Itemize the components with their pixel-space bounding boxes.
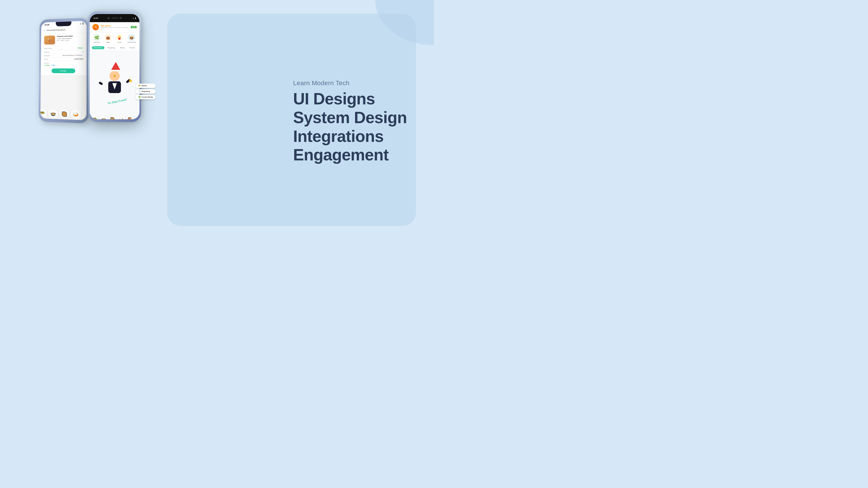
order-status-label: Order Status [44,47,52,49]
santa-arm-left [98,81,103,86]
additives-section: Additives Ketchup Bleu [44,62,83,66]
wallet-badge: 💳 Wallet [135,84,156,88]
santa-body [108,81,121,93]
santa-face: 😊 [113,74,116,77]
wallet-badge-label: Wallet [142,85,147,87]
tab-ready[interactable]: Ready [118,46,127,49]
additives-label: Additives [44,62,83,64]
action-buttons-row: 🌿 Add Foods 👜 Wallet 🍟 Foods 📦 Self Deli… [90,32,140,45]
tab-new-orders[interactable]: New Orders [92,46,104,49]
foods-ready-icon: ✅ [138,96,141,98]
phone-notch-area: 13:20 ▲ ▐ [90,14,140,22]
preparing-badge-label: Preparing [142,90,150,92]
preparing-badge-icon: 🕐 [138,90,141,92]
additive-ketchup: Ketchup [44,64,51,66]
additive-bleu: Bleu [51,64,56,66]
food-decoration-front: 🥗 🍲 🥘 🍛 🥙 🥗 [90,109,140,119]
phone-row: Phone +12345678980 [44,57,84,61]
front-status-icons: ▲ ▐ [132,18,136,19]
food-bowl-3: 🥘 [59,109,69,120]
action-self-delivered[interactable]: 📦 Self Delivered [127,34,136,43]
food-decoration-back: 🥗 🍲 🥘 🍛 [40,87,87,120]
empty-state: 😊 👆 No Data Found [90,51,140,114]
phone-back: 14:36 ▲ ▐ ‹ 65df14eb9854f95eb0db1jno 🍗 C… [39,18,88,124]
wallet-label: Wallet [106,41,110,43]
food-bowl-1: 🥗 [40,108,47,119]
front-food-1: 🥗 [91,115,98,119]
food-info: Chicken and Chips • Order: #65df14eb9854… [57,35,84,44]
status-icons: ▲ ▐ [80,23,84,24]
tab-picked[interactable]: Picked [128,46,137,49]
app-content: 🍕 The Quest 199 Tai Kang Dong Lu, Yin Zh… [90,22,140,119]
phone-back-screen: 14:36 ▲ ▐ ‹ 65df14eb9854f95eb0db1jno 🍗 C… [40,21,87,120]
main-heading: UI Designs System Design Integrations En… [293,90,407,164]
hat-pom [114,60,117,62]
food-image: 🍗 [44,35,55,44]
text-content: Learn Modern Tech UI Designs System Desi… [293,79,407,164]
phone-back-notch [56,22,71,26]
food-bowl-2: 🍲 [48,108,58,119]
restaurant-logo: 🍕 [92,24,99,30]
front-food-5: 🥙 [126,115,134,119]
phone-back-time: 14:36 [44,24,49,26]
foods-label: Foods [118,41,121,43]
orders-tab-bar: New Orders Preparing Ready Picked [90,45,140,51]
recipient-value: 199 Tai Kang Dong Lu, Yin Zhou Qu... [62,55,84,56]
front-food-6: 🥗 [135,115,140,119]
foods-icon: 🍟 [116,34,123,41]
no-data-label: No Data Found [107,98,127,105]
heading-line-4: Engagement [293,146,407,164]
tab-preparing[interactable]: Preparing [106,46,117,49]
front-food-3: 🥘 [108,115,116,119]
pointing-hand: 👆 [128,78,133,83]
heading-line-3: Integrations [293,127,407,146]
battery-icon: ▐ [82,23,84,24]
order-content: 🍗 Chicken and Chips • Order: #65df14eb98… [41,33,87,75]
phone-value: +12345678980 [73,58,83,60]
preparing-badge: 🕐 Preparing [135,89,156,94]
phones-container: 14:36 ▲ ▐ ‹ 65df14eb9854f95eb0db1jno 🍗 C… [11,11,165,233]
santa-hat [109,62,120,71]
front-wifi-icon: ▲ [132,18,134,19]
additive-tags: Ketchup Bleu [44,64,83,66]
food-item-row: 🍗 Chicken and Chips • Order: #65df14eb98… [44,35,84,45]
action-add-foods[interactable]: 🌿 Add Foods [93,34,100,43]
food-bowl-4: 🍛 [70,109,81,120]
order-status-value: Placed [77,47,84,49]
recipient-row: Recipient 199 Tai Kang Dong Lu, Yin Zhou… [44,54,84,58]
subtitle: Learn Modern Tech [293,79,407,87]
open-badge: OPEN [131,26,137,28]
restaurant-header: 🍕 The Quest 199 Tai Kang Dong Lu, Yin Zh… [90,22,140,32]
wallet-icon: 👜 [105,34,112,41]
recipient-label: Recipient [44,55,50,57]
quantity-value: 1 [83,51,84,53]
order-id: 65df14eb9854f95eb0db1jno [46,29,66,31]
self-delivered-icon: 📦 [128,34,135,41]
food-name: Chicken and Chips [57,35,83,37]
hat-cone [111,62,120,70]
back-arrow-icon[interactable]: ‹ [44,29,45,32]
accept-button[interactable]: Accept [52,68,75,73]
self-delivered-label: Self Delivered [127,41,136,43]
restaurant-name: The Quest [101,25,129,27]
action-wallet[interactable]: 👜 Wallet [105,34,112,43]
front-food-2: 🍲 [99,115,107,119]
foods-ready-label: Foods Ready [142,96,153,98]
front-food-4: 🍛 [117,115,125,119]
foods-ready-badge: ✅ Foods Ready [135,95,156,99]
phone-label: Phone [44,59,48,60]
phone-front-screen: 13:20 ▲ ▐ 🍕 The Ques [90,14,140,119]
restaurant-info: The Quest 199 Tai Kang Dong Lu, Yin Zhou… [101,25,129,30]
no-data-text: No Data Found [107,97,127,105]
santa-head: 😊 [110,71,120,81]
wallet-badge-icon: 💳 [138,85,141,87]
action-foods[interactable]: 🍟 Foods [116,34,123,43]
phone-front: 13:20 ▲ ▐ 🍕 The Ques [88,11,141,122]
restaurant-address: 199 Tai Kang Dong Lu, Yin Zhou Qu, Ning … [101,27,129,30]
floating-badges: 💳 Wallet 🕐 Preparing ✅ Foods Ready [135,84,156,99]
santa-tie [112,83,117,90]
wifi-icon: ▲ [80,23,82,24]
add-foods-icon: 🌿 [93,34,100,41]
heading-line-1: UI Designs [293,90,407,108]
food-detail-qty: ⊗ 1 ✓ 2022 · From: 0 [57,39,83,41]
